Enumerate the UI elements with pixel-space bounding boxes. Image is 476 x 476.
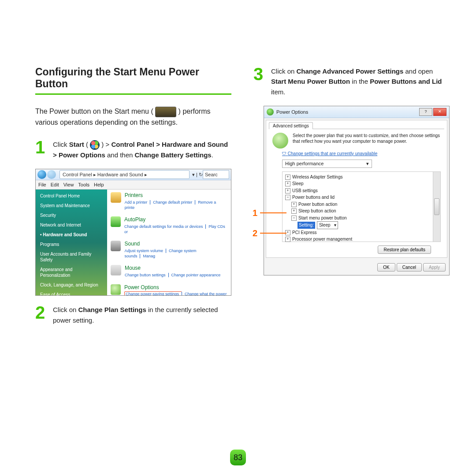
sidebar: Control Panel Home System and Maintenanc… [36, 190, 107, 295]
cancel-button: Cancel [397, 263, 422, 271]
control-panel-screenshot: Control Panel ▸ Hardware and Sound ▸ ▾ |… [35, 169, 231, 296]
power-options-icon [267, 108, 274, 115]
highlighted-link: Change power-saving settings [124, 291, 182, 296]
step-number: 3 [253, 66, 267, 97]
page-number: 83 [230, 450, 246, 465]
dialog-title: Power Options [276, 109, 308, 115]
plan-dropdown: High performance▾ [282, 160, 372, 168]
intro-text: The Power button on the Start menu ( ) p… [35, 106, 231, 128]
sound-icon [111, 241, 121, 251]
section-heading: Configuring the Start Menu Power Button [35, 66, 231, 95]
power-icon [111, 284, 121, 295]
battery-icon [272, 133, 288, 149]
printer-icon [111, 192, 121, 203]
power-button-thumbnail-icon [155, 107, 176, 117]
search-box: Searc [203, 170, 229, 179]
step-1: 1 Click Start ( ) > Control Panel > Hard… [35, 139, 231, 160]
ok-button: OK [377, 263, 395, 271]
uac-link: Change settings that are currently unava… [282, 151, 441, 156]
mouse-icon [111, 265, 121, 275]
back-button-icon [37, 170, 46, 179]
menu-bar: FileEditViewToolsHelp [36, 180, 231, 190]
scrollbar [433, 172, 440, 242]
callout-2: 2 [253, 228, 286, 238]
apply-button: Apply [423, 263, 446, 271]
address-bar: Control Panel ▸ Hardware and Sound ▸ [60, 170, 190, 179]
restore-defaults-button: Restore plan defaults [378, 245, 431, 254]
help-button-icon: ? [419, 108, 432, 116]
step-number: 2 [35, 305, 48, 325]
step-3: 3 Click on Change Advanced Power Setting… [253, 66, 450, 97]
autoplay-icon [111, 216, 121, 227]
settings-tree: +Wireless Adapter Settings +Sleep +USB s… [282, 171, 441, 242]
forward-button-icon [47, 170, 56, 179]
setting-value-dropdown: Sleep [317, 221, 338, 229]
close-button-icon: ✕ [433, 108, 446, 116]
start-orb-icon [90, 140, 100, 150]
step-2: 2 Click on Change Plan Settings in the c… [35, 305, 231, 325]
power-options-dialog: Power Options ? ✕ Advanced settings Sele… [264, 106, 450, 275]
tab-advanced-settings: Advanced settings [269, 122, 313, 129]
content-area: Printers Add a printerChange default pri… [107, 190, 231, 295]
callout-1: 1 [253, 208, 286, 218]
plan-description: Select the power plan that you want to c… [293, 133, 441, 149]
step-number: 1 [35, 139, 48, 160]
